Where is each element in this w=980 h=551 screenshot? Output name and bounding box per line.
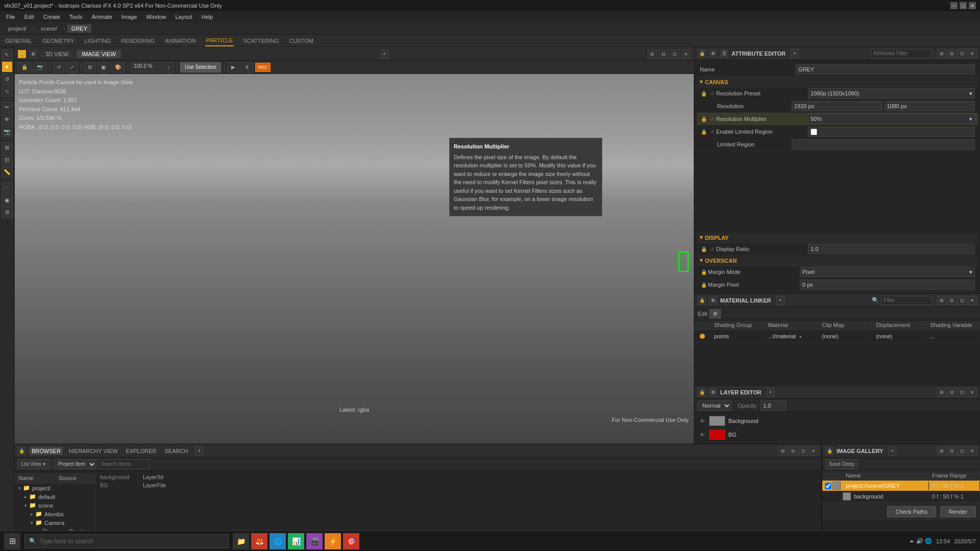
tab-3dview[interactable]: 3D VIEW: [40, 50, 74, 58]
menu-file[interactable]: File: [2, 13, 19, 21]
lim-region-value[interactable]: [808, 127, 975, 137]
mat-row-0[interactable]: points ...t/material ▾ (none) (none) ...: [695, 330, 980, 343]
vt-fit-btn[interactable]: ⤢: [66, 62, 78, 72]
browser-tab-search[interactable]: SEARCH: [163, 447, 190, 455]
vt-zoom-fit-btn[interactable]: ↕: [164, 62, 174, 72]
taskbar-app2-btn[interactable]: 🎬: [306, 533, 323, 549]
tab-scattering[interactable]: SCATTERING: [242, 36, 280, 46]
tool-select[interactable]: ↖: [2, 49, 13, 60]
attr-layout2-btn[interactable]: ⊟: [947, 49, 957, 58]
attr-section-display[interactable]: ▾ DISPLAY: [697, 233, 978, 243]
res-mult-reset[interactable]: ↺: [708, 115, 716, 123]
taskbar-app4-btn[interactable]: 🎯: [343, 533, 359, 549]
layer-layout3-btn[interactable]: ⊡: [958, 388, 967, 397]
menu-window[interactable]: Window: [142, 13, 170, 21]
menu-layout[interactable]: Layout: [171, 13, 196, 21]
tab-geometry[interactable]: GEOMETRY: [41, 36, 76, 46]
browser-close-btn[interactable]: ✕: [809, 446, 818, 456]
tool-scale[interactable]: ⤡: [2, 86, 13, 97]
tool-particles[interactable]: ⋯: [2, 182, 13, 193]
gallery-close-btn[interactable]: ✕: [968, 446, 977, 456]
minimize-button[interactable]: ─: [950, 2, 958, 9]
vt-checker-btn[interactable]: ▣: [97, 62, 109, 72]
disp-ratio-reset[interactable]: ↺: [708, 245, 716, 253]
gallery-add-btn[interactable]: +: [888, 446, 896, 456]
disp-ratio-value[interactable]: 1.0: [808, 244, 975, 254]
tool-grid[interactable]: ⊟: [2, 154, 13, 165]
gallery-lock-btn[interactable]: 🔒: [825, 447, 834, 455]
browser-search-input[interactable]: [99, 459, 150, 469]
tool-paint[interactable]: ✏: [2, 102, 13, 113]
browser-lock-btn[interactable]: 🔒: [17, 447, 26, 455]
viewport-split-h-btn[interactable]: ⊟: [659, 49, 668, 59]
browser-view-mode-btn[interactable]: List View ▾: [17, 459, 49, 469]
tool-settings[interactable]: ⚙: [2, 207, 13, 218]
gallery-row-0[interactable]: project://scene/GREY 0 f : 50 f % 1: [822, 481, 980, 491]
attr-filter-input[interactable]: [871, 49, 932, 58]
tab-imageview[interactable]: IMAGE VIEW: [77, 50, 121, 58]
attr-layout1-btn[interactable]: ⊞: [937, 49, 946, 58]
attr-extra-btn[interactable]: ☰: [720, 49, 728, 58]
browser-tab-browser[interactable]: BROWSER: [30, 447, 63, 455]
breadcrumb-scene[interactable]: scene/: [37, 24, 61, 33]
attr-settings-btn[interactable]: ⚙: [709, 49, 717, 58]
tree-item-default[interactable]: ▸ 📁 default: [14, 492, 95, 501]
margin-mode-value[interactable]: Pixel: [800, 267, 975, 277]
layer-row-bg[interactable]: 👁 BG: [697, 428, 978, 442]
taskbar-ie-btn[interactable]: 🌐: [270, 533, 286, 549]
layer-layout2-btn[interactable]: ⊟: [947, 388, 957, 397]
res-preset-value[interactable]: 1080p (980x551): [808, 88, 975, 98]
tab-lighting[interactable]: LIGHTING: [83, 36, 112, 46]
layer-layout1-btn[interactable]: ⊞: [937, 388, 946, 397]
gallery-layout3-btn[interactable]: ⊡: [958, 446, 967, 456]
mat-lock-btn[interactable]: 🔒: [698, 296, 706, 305]
tab-general[interactable]: GENERAL: [4, 36, 33, 46]
zoom-value[interactable]: 100.0 %: [131, 62, 162, 72]
lim-region-reset[interactable]: ↺: [708, 128, 716, 136]
tool-ruler[interactable]: 📏: [2, 166, 13, 178]
taskbar-firefox-btn[interactable]: 🦊: [251, 533, 267, 549]
layer-lock-btn[interactable]: 🔒: [698, 388, 706, 396]
tool-camera[interactable]: 📷: [2, 126, 13, 137]
vt-lock-btn[interactable]: 🔒: [18, 62, 31, 72]
tool-nodes[interactable]: ◉: [2, 194, 13, 206]
res-preset-lock[interactable]: 🔒: [700, 89, 708, 97]
tool-move[interactable]: ✦: [2, 61, 13, 72]
check-paths-btn[interactable]: Check Paths: [887, 506, 936, 517]
taskbar-app3-btn[interactable]: ⚡: [325, 533, 341, 549]
add-view-btn[interactable]: +: [380, 49, 388, 59]
maximize-button[interactable]: □: [960, 2, 967, 9]
attr-lock-btn[interactable]: 🔒: [698, 49, 706, 58]
browser-layout1-btn[interactable]: ⊞: [778, 446, 788, 456]
vt-pause-btn[interactable]: ⏸: [241, 62, 253, 72]
viewport-split-v-btn[interactable]: ⊡: [670, 49, 679, 59]
res-mult-value[interactable]: 50%: [808, 114, 975, 124]
layer-vis-background[interactable]: 👁: [699, 417, 706, 424]
lim-region-sub-value[interactable]: [792, 139, 975, 149]
save-deep-btn[interactable]: Save Deep: [825, 459, 857, 469]
browser-layout2-btn[interactable]: ⊟: [789, 446, 798, 456]
tree-item-camera[interactable]: ▾ 📁 Camera: [14, 518, 95, 527]
vt-play-btn[interactable]: ▶: [228, 62, 239, 72]
tab-animation[interactable]: ANIMATION: [164, 36, 197, 46]
vt-record-btn[interactable]: REC: [255, 63, 271, 72]
tree-item-project[interactable]: ▾ 📁 project/: [14, 484, 95, 492]
menu-image[interactable]: Image: [117, 13, 141, 21]
browser-tab-explorer[interactable]: EXPLORER: [124, 447, 159, 455]
settings-viewport-btn[interactable]: ⚙: [29, 50, 37, 58]
tree-item-scene[interactable]: ▾ 📁 scene: [14, 501, 95, 510]
tool-snap[interactable]: ⊞: [2, 142, 13, 153]
render-btn[interactable]: Render: [940, 506, 976, 517]
opacity-input[interactable]: [761, 400, 786, 411]
attr-section-canvas[interactable]: ▾ CANVAS: [697, 77, 978, 87]
taskbar-explorer-btn[interactable]: 📁: [233, 533, 249, 549]
tab-rendering[interactable]: RENDERING: [120, 36, 156, 46]
lim-region-lock[interactable]: 🔒: [700, 128, 708, 136]
gallery-layout2-btn[interactable]: ⊟: [947, 446, 957, 456]
menu-edit[interactable]: Edit: [20, 13, 38, 21]
gallery-layout1-btn[interactable]: ⊞: [937, 446, 946, 456]
menu-help[interactable]: Help: [198, 13, 217, 21]
layer-vis-bg[interactable]: 👁: [699, 431, 706, 438]
vt-color-btn[interactable]: 🎨: [111, 62, 125, 72]
gallery-check-0[interactable]: [825, 483, 831, 489]
